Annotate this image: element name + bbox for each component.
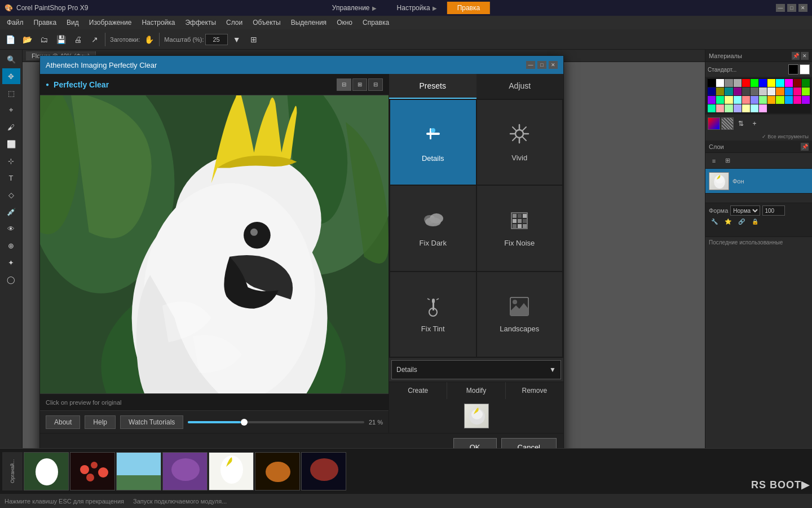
- color-swatch[interactable]: [742, 79, 750, 87]
- browse-btn[interactable]: 🗂: [36, 32, 52, 47]
- color-swatch[interactable]: [793, 87, 801, 95]
- layer-tool-4[interactable]: 🔒: [749, 217, 761, 226]
- nav-tab-settings[interactable]: Настройка ▶: [387, 2, 447, 14]
- filmstrip-thumb-6[interactable]: [255, 452, 300, 491]
- layers-pin-btn[interactable]: 📌: [801, 143, 809, 151]
- opacity-input[interactable]: [762, 205, 785, 216]
- layer-grid-btn[interactable]: ⊞: [721, 155, 734, 167]
- color-swatch[interactable]: [708, 87, 716, 95]
- filmstrip-thumb-4[interactable]: [162, 452, 208, 491]
- tutorials-button[interactable]: Watch Tutorials: [120, 415, 183, 429]
- tool-heal[interactable]: ✦: [2, 255, 20, 270]
- layer-list-btn[interactable]: ≡: [708, 155, 720, 167]
- color-swatch[interactable]: [725, 79, 732, 87]
- color-swatch[interactable]: [742, 96, 750, 104]
- nav-tab-edit[interactable]: Правка: [447, 2, 491, 14]
- zoom-fit[interactable]: ⊞: [246, 32, 262, 47]
- preset-dropdown[interactable]: Details ▼: [391, 360, 561, 379]
- menu-file[interactable]: Файл: [2, 17, 28, 28]
- menu-help[interactable]: Справка: [358, 17, 394, 28]
- color-swatch[interactable]: [776, 79, 784, 87]
- tool-paint[interactable]: 🖌: [2, 119, 20, 135]
- color-swatch[interactable]: [776, 87, 784, 95]
- color-swatch[interactable]: [802, 96, 810, 104]
- color-swatch[interactable]: [759, 96, 767, 104]
- nav-tab-manage[interactable]: Управление ▶: [322, 2, 387, 14]
- menu-select[interactable]: Выделения: [286, 17, 331, 28]
- menu-window[interactable]: Окно: [332, 17, 357, 28]
- color-swatch[interactable]: [802, 79, 810, 87]
- pattern-btn[interactable]: [721, 117, 734, 130]
- color-swatch[interactable]: [767, 79, 775, 87]
- save-btn[interactable]: 💾: [53, 32, 69, 47]
- color-swatch[interactable]: [708, 79, 716, 87]
- zoom-input[interactable]: [205, 34, 228, 45]
- color-swatch[interactable]: [734, 87, 742, 95]
- gradient-btn[interactable]: [708, 117, 720, 130]
- color-swatch[interactable]: [759, 104, 767, 112]
- menu-settings[interactable]: Настройка: [137, 17, 179, 28]
- background-color[interactable]: [800, 64, 810, 75]
- color-swatch[interactable]: [751, 104, 758, 112]
- dialog-min[interactable]: —: [526, 61, 535, 69]
- color-swatch[interactable]: [767, 96, 775, 104]
- view-single[interactable]: ⊟: [337, 78, 351, 91]
- tool-dodge[interactable]: ◯: [2, 271, 20, 287]
- menu-layers[interactable]: Слои: [222, 17, 247, 28]
- color-swatch[interactable]: [742, 104, 750, 112]
- color-swatch[interactable]: [734, 79, 742, 87]
- color-swatch[interactable]: [785, 79, 793, 87]
- zoom-slider[interactable]: [188, 421, 364, 423]
- color-swatch[interactable]: [785, 87, 793, 95]
- layer-tool-3[interactable]: 🔗: [736, 217, 747, 226]
- new-btn[interactable]: 📄: [2, 32, 18, 47]
- color-swatch[interactable]: [708, 104, 716, 112]
- zoom-down[interactable]: ▼: [229, 32, 245, 47]
- filmstrip-thumb-5[interactable]: [209, 452, 254, 491]
- tool-shape[interactable]: ◇: [2, 187, 20, 203]
- color-swatch[interactable]: [716, 104, 724, 112]
- tool-eraser[interactable]: ⬜: [2, 136, 20, 152]
- color-swatch[interactable]: [751, 79, 758, 87]
- layer-tool-2[interactable]: ⭐: [722, 217, 734, 226]
- tool-select-rect[interactable]: ⬚: [2, 85, 20, 101]
- color-swatch[interactable]: [793, 96, 801, 104]
- tool-clone[interactable]: ⊕: [2, 238, 20, 253]
- menu-objects[interactable]: Объекты: [248, 17, 285, 28]
- menu-edit[interactable]: Правка: [29, 17, 61, 28]
- preset-landscapes[interactable]: Landscapes: [477, 272, 563, 357]
- filmstrip-thumb-3[interactable]: [116, 452, 161, 491]
- color-swatch[interactable]: [725, 104, 732, 112]
- tab-presets[interactable]: Presets: [389, 74, 476, 99]
- color-swatch[interactable]: [725, 96, 732, 104]
- tool-move[interactable]: ✥: [2, 68, 20, 84]
- cancel-button[interactable]: Cancel: [501, 438, 557, 448]
- about-button[interactable]: About: [46, 415, 80, 429]
- print-btn[interactable]: 🖨: [70, 32, 86, 47]
- preset-fix-dark[interactable]: Fix Dark: [390, 186, 476, 270]
- create-action[interactable]: Create: [389, 382, 447, 399]
- panel-close-btn[interactable]: ✕: [801, 52, 809, 60]
- color-swatch[interactable]: [785, 96, 793, 104]
- color-swatch[interactable]: [759, 87, 767, 95]
- color-swatch[interactable]: [716, 87, 724, 95]
- color-swatch[interactable]: [751, 87, 758, 95]
- filmstrip-thumb-7[interactable]: [301, 452, 346, 491]
- tool-crop[interactable]: ⊹: [2, 153, 20, 169]
- tool-text[interactable]: T: [2, 170, 20, 186]
- tool-eyedropper[interactable]: 💉: [2, 204, 20, 220]
- color-swatch[interactable]: [802, 87, 810, 95]
- tool-select-free[interactable]: ⌖: [2, 102, 20, 118]
- color-swatch[interactable]: [716, 79, 724, 87]
- tab-adjust[interactable]: Adjust: [476, 74, 564, 99]
- color-swatch[interactable]: [759, 79, 767, 87]
- color-swatch[interactable]: [793, 79, 801, 87]
- color-swatch[interactable]: [734, 104, 742, 112]
- view-split-v[interactable]: ⊟: [368, 78, 383, 91]
- view-split-h[interactable]: ⊞: [352, 78, 367, 91]
- filmstrip-thumb-2[interactable]: [70, 452, 115, 491]
- dialog-close[interactable]: ✕: [549, 61, 558, 69]
- dialog-max[interactable]: □: [537, 61, 546, 69]
- color-swatch[interactable]: [767, 87, 775, 95]
- preset-details[interactable]: Details: [390, 100, 476, 185]
